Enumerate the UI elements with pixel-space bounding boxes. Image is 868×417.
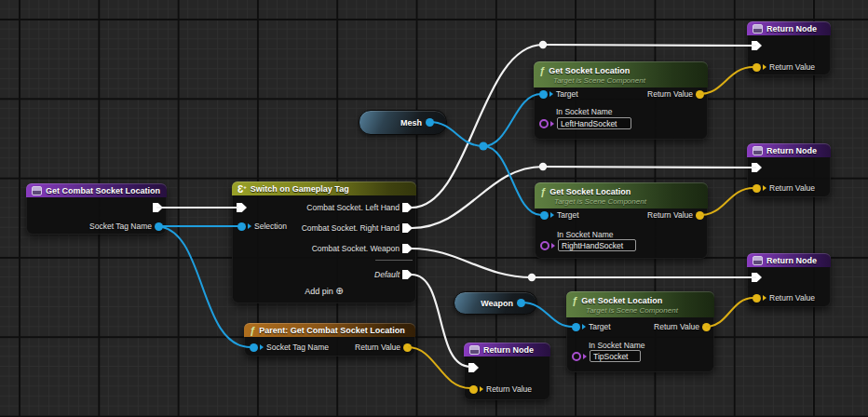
mesh-out-pin[interactable]	[426, 118, 434, 127]
function-icon: ƒ	[572, 296, 577, 305]
node-get-socket-location-right[interactable]: ƒ Get Socket Location Target is Scene Co…	[535, 182, 708, 259]
return-value-pin[interactable]	[753, 184, 761, 193]
exec-out-weapon-pin[interactable]	[402, 244, 413, 253]
node-get-socket-location-left[interactable]: ƒ Get Socket Location Target is Scene Co…	[534, 61, 708, 140]
node-header[interactable]: Get Combat Socket Location	[26, 183, 167, 197]
result-node-icon	[469, 345, 480, 355]
node-subtitle: Target is Scene Component	[554, 198, 702, 206]
return-value-in-row: Return Value	[753, 61, 815, 73]
exec-in-pin[interactable]	[237, 203, 247, 212]
node-return-middle[interactable]: Return Node Return Value	[747, 143, 831, 197]
selection-pin[interactable]	[237, 222, 246, 231]
socket-tag-name-in-pin[interactable]	[250, 343, 258, 352]
result-node-icon	[753, 24, 763, 34]
node-header[interactable]: Return Node	[747, 143, 831, 157]
in-socket-name-pin[interactable]	[540, 241, 549, 250]
node-return-bottom-right[interactable]: Return Node Return Value	[747, 253, 831, 307]
pin-tail	[550, 212, 554, 218]
wire-vector-right-return	[700, 188, 753, 215]
reroute-node-exec-right[interactable]	[539, 163, 547, 170]
target-pin[interactable]	[540, 211, 549, 220]
node-header[interactable]: Return Node	[464, 343, 550, 356]
node-header[interactable]: ƒ Get Socket Location Target is Scene Co…	[566, 291, 714, 317]
add-pin-icon: ⊕	[335, 286, 343, 296]
node-header[interactable]: Return Node	[747, 253, 831, 267]
add-pin-button[interactable]: Add pin ⊕	[232, 286, 416, 296]
pin-tail	[763, 185, 766, 191]
node-parent-get-combat-socket-location[interactable]: ƒ Parent: Get Combat Socket Location Soc…	[244, 323, 415, 356]
pin-label: Socket Tag Name	[89, 222, 152, 231]
return-value-pin[interactable]	[403, 343, 412, 352]
pin-divider	[375, 260, 413, 261]
exec-in-pin[interactable]	[752, 273, 762, 282]
variable-node-mesh[interactable]: Mesh	[359, 110, 447, 135]
exec-out-default-pin[interactable]	[402, 270, 413, 279]
exec-out-row	[153, 202, 163, 213]
node-subtitle: Target is Scene Component	[553, 77, 702, 85]
exec-in-pin[interactable]	[752, 41, 762, 50]
return-value-in-row: Return Value	[753, 292, 815, 303]
node-header[interactable]: ƒ Get Socket Location Target is Scene Co…	[534, 61, 708, 87]
node-header[interactable]: Return Node	[747, 21, 831, 35]
return-value-out-row: Return Value	[647, 209, 704, 221]
pin-tail	[550, 121, 554, 127]
in-socket-name-pin[interactable]	[572, 352, 581, 361]
exec-in-pin[interactable]	[468, 363, 479, 372]
pin-tail	[582, 324, 586, 330]
node-function-entry[interactable]: Get Combat Socket Location Socket Tag Na…	[26, 183, 167, 235]
reroute-node-data-mesh[interactable]	[479, 141, 487, 150]
pin-label: Return Value	[654, 322, 699, 331]
return-value-pin[interactable]	[696, 211, 704, 220]
reroute-node-exec-weapon[interactable]	[528, 274, 536, 281]
blueprint-graph-canvas[interactable]: Get Combat Socket Location Socket Tag Na…	[0, 0, 868, 417]
target-pin[interactable]	[539, 90, 548, 99]
wire-vector-parent-return	[408, 347, 470, 388]
pin-label: Combat Socket. Right Hand	[302, 223, 400, 233]
reroute-node-exec-left[interactable]	[539, 41, 547, 48]
pin-tail	[551, 243, 555, 249]
exec-out-left-hand-pin[interactable]	[402, 203, 413, 212]
socket-name-input[interactable]	[590, 350, 641, 362]
exec-in-row	[752, 272, 762, 283]
socket-tag-name-in-row: Socket Tag Name	[250, 342, 329, 353]
return-value-pin[interactable]	[469, 385, 478, 394]
node-header[interactable]: ƒ Get Socket Location Target is Scene Co…	[535, 182, 708, 208]
return-value-pin[interactable]	[753, 63, 761, 72]
node-get-socket-location-tip[interactable]: ƒ Get Socket Location Target is Scene Co…	[566, 291, 714, 372]
target-pin[interactable]	[572, 323, 580, 331]
return-value-pin[interactable]	[702, 323, 711, 331]
node-switch-gameplay-tag[interactable]: Ɛ+ Switch on Gameplay Tag Selection Comb…	[232, 182, 416, 303]
return-value-out-row: Return Value	[647, 88, 704, 100]
pin-label: Target	[556, 89, 578, 99]
variable-label: Weapon	[481, 299, 513, 308]
target-in-row: Target	[540, 209, 579, 221]
in-socket-name-pin[interactable]	[539, 119, 549, 128]
variable-node-weapon[interactable]: Weapon	[454, 291, 537, 315]
result-node-icon	[753, 256, 763, 265]
pin-label: Return Value	[647, 210, 693, 220]
socket-tag-name-out-pin[interactable]	[155, 222, 163, 231]
node-return-top[interactable]: Return Node Return Value	[747, 21, 831, 75]
socket-name-input[interactable]	[558, 239, 636, 251]
node-title: Switch on Gameplay Tag	[251, 184, 349, 194]
weapon-out-pin[interactable]	[517, 299, 525, 307]
pin-tail	[549, 91, 553, 97]
node-return-default[interactable]: Return Node Return Value	[464, 343, 550, 400]
exec-out-right-hand-pin[interactable]	[402, 223, 413, 233]
node-header[interactable]: Ɛ+ Switch on Gameplay Tag	[232, 182, 416, 195]
return-value-pin[interactable]	[753, 294, 761, 303]
socket-name-input[interactable]	[557, 117, 631, 129]
node-header[interactable]: ƒ Parent: Get Combat Socket Location	[244, 323, 415, 337]
node-title: Get Socket Location	[549, 66, 630, 75]
exec-out-pin[interactable]	[153, 203, 163, 212]
in-socket-name-row	[539, 116, 631, 130]
return-value-in-row: Return Value	[753, 182, 815, 194]
return-value-pin[interactable]	[696, 90, 704, 99]
case-weapon-row: Combat Socket. Weapon	[312, 243, 413, 254]
exec-in-pin[interactable]	[752, 163, 762, 172]
pin-label: Target	[557, 210, 579, 220]
switch-icon: Ɛ+	[237, 182, 247, 195]
node-title: Get Socket Location	[581, 296, 662, 305]
wire-data-reroute-to-target-left	[483, 94, 541, 146]
in-socket-name-row	[540, 238, 636, 252]
